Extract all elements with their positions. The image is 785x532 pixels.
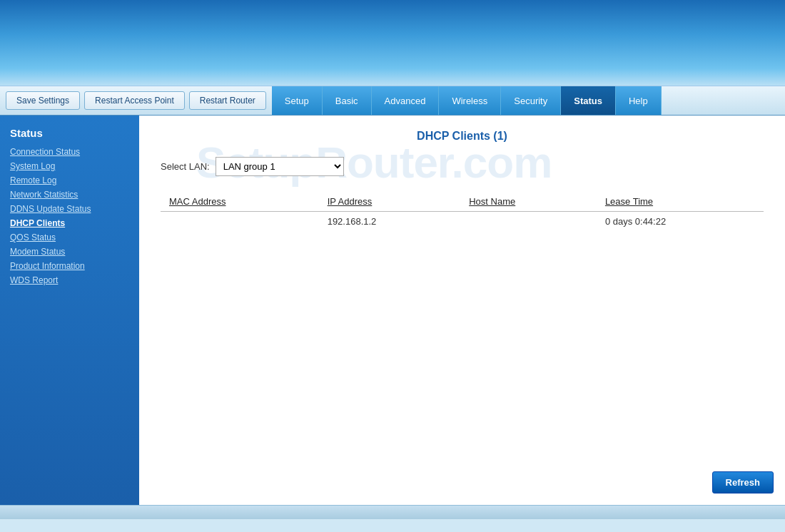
tab-security[interactable]: Security bbox=[501, 86, 561, 115]
sidebar-item-network-statistics[interactable]: Network Statistics bbox=[0, 188, 139, 202]
sidebar: Status Connection Status System Log Remo… bbox=[0, 116, 139, 505]
top-header bbox=[0, 0, 785, 86]
toolbar-buttons: Save Settings Restart Access Point Resta… bbox=[0, 86, 272, 115]
sidebar-title: Status bbox=[0, 124, 139, 145]
save-settings-button[interactable]: Save Settings bbox=[6, 91, 80, 110]
sidebar-item-product-information[interactable]: Product Information bbox=[0, 259, 139, 273]
bottom-bar bbox=[0, 505, 785, 519]
sidebar-item-modem-status[interactable]: Modem Status bbox=[0, 245, 139, 259]
sidebar-item-dhcp-clients[interactable]: DHCP Clients bbox=[0, 216, 139, 230]
select-lan-label: Select LAN: bbox=[161, 161, 210, 172]
sidebar-item-connection-status[interactable]: Connection Status bbox=[0, 145, 139, 159]
cell-ip: 192.168.1.2 bbox=[319, 212, 461, 232]
restart-ap-button[interactable]: Restart Access Point bbox=[84, 91, 185, 110]
tab-setup[interactable]: Setup bbox=[272, 86, 323, 115]
sidebar-item-remote-log[interactable]: Remote Log bbox=[0, 173, 139, 188]
toolbar-nav-row: Save Settings Restart Access Point Resta… bbox=[0, 86, 785, 116]
content-area: DHCP Clients (1) Select LAN: LAN group 1… bbox=[139, 116, 785, 245]
tab-status[interactable]: Status bbox=[561, 86, 616, 115]
restart-router-button[interactable]: Restart Router bbox=[189, 91, 266, 110]
nav-tabs: Setup Basic Advanced Wireless Security S… bbox=[272, 86, 662, 115]
sidebar-item-ddns-update-status[interactable]: DDNS Update Status bbox=[0, 202, 139, 216]
col-host-name: Host Name bbox=[460, 193, 597, 212]
tab-help[interactable]: Help bbox=[616, 86, 662, 115]
dhcp-clients-table: MAC Address IP Address Host Name Lease T… bbox=[161, 193, 764, 231]
sidebar-item-wds-report[interactable]: WDS Report bbox=[0, 273, 139, 287]
table-row: 192.168.1.2 0 days 0:44:22 bbox=[161, 212, 764, 232]
cell-host bbox=[460, 212, 597, 232]
col-ip-address: IP Address bbox=[319, 193, 461, 212]
page-layout: Status Connection Status System Log Remo… bbox=[0, 116, 785, 505]
tab-wireless[interactable]: Wireless bbox=[439, 86, 501, 115]
tab-basic[interactable]: Basic bbox=[323, 86, 372, 115]
sidebar-item-qos-status[interactable]: QOS Status bbox=[0, 230, 139, 245]
cell-mac bbox=[161, 212, 319, 232]
col-lease-time: Lease Time bbox=[597, 193, 764, 212]
page-title: DHCP Clients (1) bbox=[161, 130, 764, 143]
select-lan-row: Select LAN: LAN group 1 LAN group 2 LAN … bbox=[161, 157, 764, 176]
sidebar-item-system-log[interactable]: System Log bbox=[0, 159, 139, 173]
tab-advanced[interactable]: Advanced bbox=[372, 86, 440, 115]
refresh-btn-container: Refresh bbox=[712, 471, 774, 493]
lan-select[interactable]: LAN group 1 LAN group 2 LAN group 3 bbox=[216, 157, 344, 176]
col-mac-address: MAC Address bbox=[161, 193, 319, 212]
main-content: SetupRouter.com DHCP Clients (1) Select … bbox=[139, 116, 785, 505]
cell-lease: 0 days 0:44:22 bbox=[597, 212, 764, 232]
refresh-button[interactable]: Refresh bbox=[712, 471, 774, 493]
